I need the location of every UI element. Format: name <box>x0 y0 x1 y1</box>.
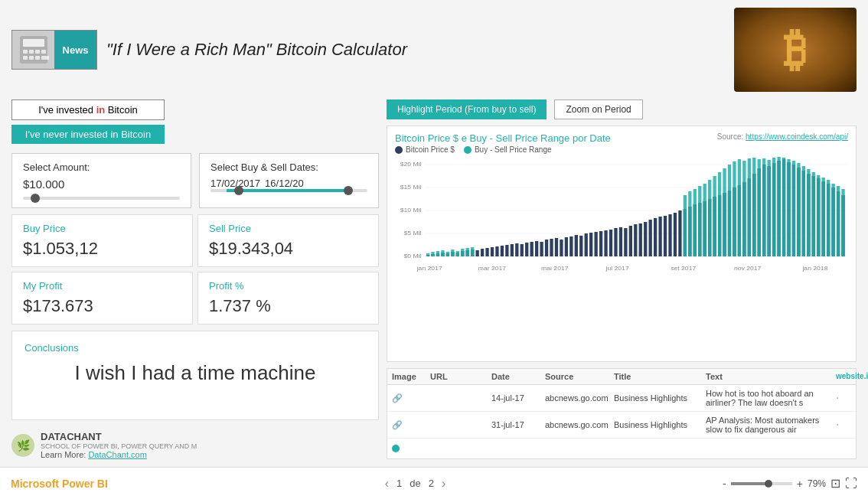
chart-controls: Highlight Period (From buy to sell) Zoom… <box>387 99 857 119</box>
header-logos: News <box>11 30 97 70</box>
svg-rect-3 <box>29 50 34 54</box>
col-url: URL <box>430 372 491 381</box>
profit-percent-label: Profit % <box>209 280 367 292</box>
row2-date: 31-jul-17 <box>491 420 545 429</box>
svg-rect-110 <box>451 250 454 256</box>
svg-rect-66 <box>654 218 657 256</box>
col-source: Source <box>545 372 614 381</box>
fullscreen-button[interactable]: ⛶ <box>845 477 857 491</box>
amount-slider[interactable] <box>23 197 180 200</box>
svg-rect-5 <box>41 50 46 54</box>
legend-dot-price <box>395 146 403 154</box>
svg-rect-146 <box>837 186 840 256</box>
page-title: "If I Were a Rich Man" Bitcoin Calculato… <box>106 40 734 60</box>
svg-rect-64 <box>644 222 647 256</box>
svg-rect-114 <box>471 247 474 256</box>
svg-rect-30 <box>475 250 478 256</box>
svg-rect-122 <box>718 172 721 256</box>
zoom-slider-fill <box>731 482 768 485</box>
powerbi-link[interactable]: Microsoft Power BI <box>11 478 108 490</box>
svg-rect-42 <box>535 241 538 256</box>
never-invested-button[interactable]: I've never invested in Bitcoin <box>11 125 165 144</box>
datachant-link[interactable]: DataChant.com <box>88 450 146 459</box>
svg-rect-39 <box>520 244 524 256</box>
row1-date: 14-jul-17 <box>491 393 545 403</box>
svg-rect-106 <box>431 252 434 256</box>
svg-rect-69 <box>668 214 671 256</box>
svg-rect-44 <box>545 240 548 256</box>
my-profit-card: My Profit $173.673 <box>11 272 193 325</box>
svg-rect-7 <box>29 56 34 60</box>
zoom-on-period-button[interactable]: Zoom on Period <box>554 99 642 119</box>
zoom-slider[interactable] <box>731 482 792 485</box>
chart-area: Bitcoin Price $ e Buy - Sell Price Range… <box>387 126 857 362</box>
svg-text:set 2017: set 2017 <box>671 264 696 272</box>
chart-title: Bitcoin Price $ e Buy - Sell Price Range… <box>395 132 611 144</box>
learn-more-text: Learn More: DataChant.com <box>41 450 197 459</box>
svg-rect-116 <box>688 191 691 256</box>
zoom-slider-thumb[interactable] <box>765 480 772 488</box>
svg-text:jan 2018: jan 2018 <box>801 264 827 272</box>
svg-rect-63 <box>639 223 642 256</box>
svg-text:$0 Mil: $0 Mil <box>404 252 422 259</box>
total-pages: 2 <box>429 478 434 489</box>
svg-rect-138 <box>797 163 800 256</box>
buy-price-card: Buy Price $1.053,12 <box>11 214 193 267</box>
conclusions-box: Conclusions I wish I had a time machine <box>11 331 379 420</box>
svg-text:nov 2017: nov 2017 <box>734 264 762 272</box>
col-date: Date <box>491 372 545 381</box>
svg-rect-105 <box>426 253 429 256</box>
row2-image-icon: 🔗 <box>392 420 430 430</box>
svg-rect-136 <box>787 159 790 256</box>
dates-selector: Select Buy & Sell Dates: 17/02/2017 16/1… <box>199 153 379 208</box>
svg-rect-43 <box>540 242 543 256</box>
next-page-arrow[interactable]: › <box>442 477 445 491</box>
dates-slider[interactable] <box>210 189 367 192</box>
datachant-info: DATACHANT SCHOOL OF POWER BI, POWER QUER… <box>41 431 197 459</box>
col-text: Text <box>706 372 836 381</box>
svg-text:$15 Mil: $15 Mil <box>400 183 422 191</box>
svg-rect-108 <box>441 250 444 256</box>
svg-rect-131 <box>762 158 765 256</box>
svg-rect-40 <box>525 243 528 256</box>
svg-rect-67 <box>658 217 661 256</box>
datachant-tagline: SCHOOL OF POWER BI, POWER QUERY AND M <box>41 442 197 450</box>
svg-rect-109 <box>446 252 449 256</box>
svg-rect-35 <box>501 246 504 256</box>
fit-screen-button[interactable]: ⊡ <box>830 476 840 491</box>
chart-svg: $20 Mil $15 Mil $10 Mil $5 Mil $0 Mil <box>395 157 848 279</box>
col-source-link[interactable]: website.in <box>836 372 851 381</box>
chart-source-link[interactable]: https://www.coindesk.com/api/ <box>746 132 848 141</box>
prev-page-arrow[interactable]: ‹ <box>385 477 389 491</box>
svg-rect-141 <box>812 172 815 256</box>
svg-rect-46 <box>555 238 558 256</box>
legend-item-range: Buy - Sell Price Range <box>464 145 552 154</box>
svg-rect-143 <box>822 178 825 256</box>
svg-rect-128 <box>748 158 751 256</box>
page-separator: de <box>410 478 420 489</box>
svg-rect-113 <box>466 248 469 256</box>
zoom-plus-button[interactable]: + <box>797 478 803 490</box>
buy-price-value: $1.053,12 <box>23 239 181 259</box>
svg-rect-53 <box>589 233 592 256</box>
svg-rect-56 <box>604 230 607 256</box>
row2-text: AP Analysis: Most automakers slow to fix… <box>706 416 836 434</box>
buy-price-label: Buy Price <box>23 223 181 234</box>
datachant-logo-icon: 🌿 <box>11 434 34 457</box>
svg-rect-121 <box>713 176 716 256</box>
selectors-row: Select Amount: $10.000 Select Buy & Sell… <box>11 153 379 208</box>
news-table: Image URL Date Source Title Text website… <box>387 368 857 459</box>
my-profit-value: $173.673 <box>23 296 181 316</box>
invested-button[interactable]: I've invested in Bitcoin <box>11 99 165 120</box>
svg-rect-71 <box>678 210 681 256</box>
legend-dot-range <box>464 146 472 154</box>
svg-text:$5 Mil: $5 Mil <box>404 229 422 236</box>
zoom-controls: - + 79% ⊡ ⛶ <box>723 476 857 491</box>
table-scroll-dot[interactable] <box>392 445 400 452</box>
dates-label: Select Buy & Sell Dates: <box>210 161 367 173</box>
zoom-minus-button[interactable]: - <box>723 478 726 490</box>
highlight-period-button[interactable]: Highlight Period (From buy to sell) <box>387 99 547 119</box>
svg-text:jul 2017: jul 2017 <box>605 264 630 272</box>
svg-rect-61 <box>629 226 632 256</box>
svg-rect-134 <box>777 157 780 256</box>
